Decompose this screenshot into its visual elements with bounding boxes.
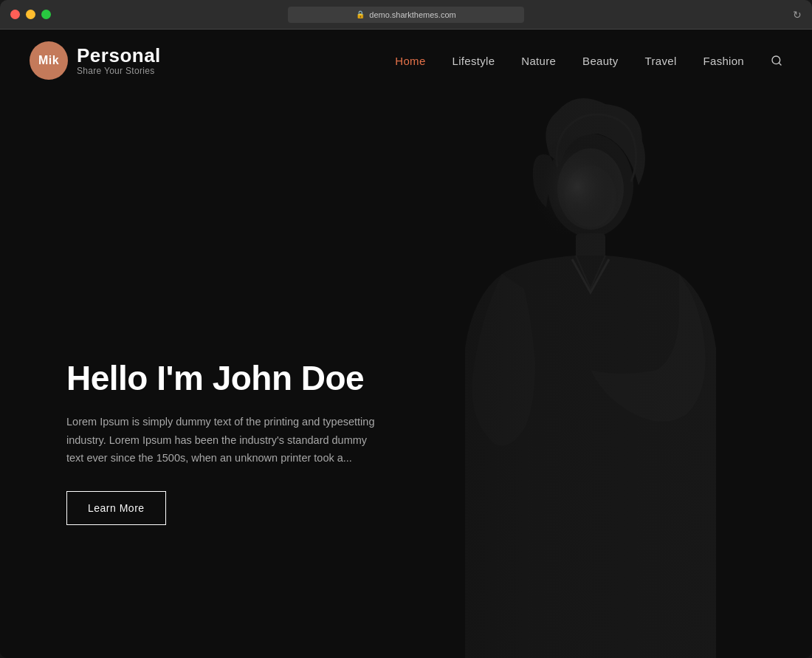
hero-body-text: Lorem Ipsum is simply dummy text of the … [66,413,384,467]
site-logo[interactable]: Mik Personal Share Your Stories [30,41,161,80]
nav-fashion[interactable]: Fashion [703,55,744,67]
address-bar[interactable]: 🔒 demo.sharkthemes.com [288,7,524,23]
nav-nature[interactable]: Nature [521,55,556,67]
svg-point-5 [524,134,642,267]
site-header: Mik Personal Share Your Stories Home Lif… [0,30,812,92]
hero-person-image [413,44,768,658]
url-text: demo.sharkthemes.com [369,10,455,19]
learn-more-button[interactable]: Learn More [66,491,166,525]
nav-travel[interactable]: Travel [645,55,677,67]
lock-icon: 🔒 [356,10,365,18]
mac-window: 🔒 demo.sharkthemes.com ↻ [0,0,812,658]
mac-window-controls [10,10,51,19]
search-icon[interactable] [771,55,782,66]
minimize-button[interactable] [26,10,35,19]
hero-content: Hello I'm John Doe Lorem Ipsum is simply… [66,359,384,525]
nav-lifestyle[interactable]: Lifestyle [453,55,495,67]
site-nav: Home Lifestyle Nature Beauty Travel Fash… [395,55,782,67]
close-button[interactable] [10,10,20,19]
website: Mik Personal Share Your Stories Home Lif… [0,30,812,658]
logo-text-group: Personal Share Your Stories [77,45,161,77]
refresh-button[interactable]: ↻ [793,9,802,21]
hero-section: Mik Personal Share Your Stories Home Lif… [0,30,812,658]
nav-home[interactable]: Home [395,55,425,67]
logo-subtitle: Share Your Stories [77,66,161,76]
logo-title: Personal [77,45,161,66]
svg-line-7 [779,63,781,65]
hero-title: Hello I'm John Doe [66,359,384,398]
logo-avatar: Mik [30,41,68,80]
mac-titlebar: 🔒 demo.sharkthemes.com ↻ [0,0,812,30]
nav-beauty[interactable]: Beauty [582,55,619,67]
maximize-button[interactable] [41,10,51,19]
